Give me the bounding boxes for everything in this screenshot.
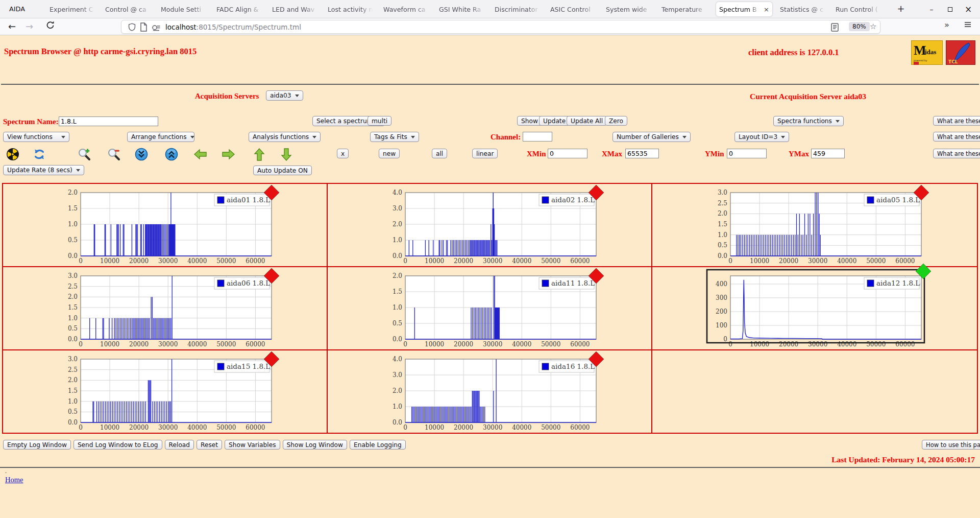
- ymax-input[interactable]: [811, 149, 845, 158]
- tab-experiment-c[interactable]: Experiment C: [48, 2, 97, 16]
- x-axis-button[interactable]: x: [337, 149, 349, 158]
- spectrum-panel-aida01[interactable]: aida01 1.8.L0.00.51.01.52.00100002000030…: [54, 184, 276, 268]
- spectrum-panel-aida02[interactable]: aida02 1.8.L0.01.02.03.04.00100002000030…: [379, 184, 600, 268]
- refresh-icon[interactable]: [33, 148, 46, 161]
- svg-text:200: 200: [716, 308, 727, 315]
- show-variables-button[interactable]: Show Variables: [225, 440, 280, 450]
- what-are-these-button-1[interactable]: What are these?: [933, 116, 980, 126]
- enable-logging-button[interactable]: Enable Logging: [350, 440, 406, 450]
- home-link[interactable]: Home: [5, 476, 23, 484]
- xmax-input[interactable]: [625, 149, 659, 158]
- tab-statistics-c[interactable]: Statistics @ c: [779, 2, 828, 16]
- tab-run-control[interactable]: Run Control (: [835, 2, 884, 16]
- spectrum-name-input[interactable]: [59, 116, 158, 126]
- auto-update-button[interactable]: Auto Update ON: [253, 166, 312, 175]
- tab-fadc-align[interactable]: FADC Align &: [215, 2, 264, 16]
- forward-icon[interactable]: →: [26, 21, 33, 32]
- update-button[interactable]: Update: [539, 116, 570, 126]
- tab-gsi-white-ra[interactable]: GSI White Ra: [438, 2, 487, 16]
- arrow-up-icon[interactable]: [253, 148, 266, 161]
- tab-discriminator[interactable]: Discriminator: [494, 2, 543, 16]
- svg-text:30000: 30000: [808, 341, 827, 348]
- svg-text:0.0: 0.0: [68, 419, 78, 426]
- log-buttons-row: Empty Log WindowSend Log Window to ELogR…: [3, 440, 406, 450]
- acquisition-server-select[interactable]: aida03: [266, 90, 303, 101]
- channel-input[interactable]: [523, 132, 552, 142]
- maximize-icon[interactable]: [945, 5, 954, 13]
- what-are-these-button-2[interactable]: What are these?: [933, 132, 980, 142]
- page-icon[interactable]: [140, 22, 148, 34]
- tab-lost-activity-n[interactable]: Lost activity n: [327, 2, 376, 16]
- zoom-in-icon[interactable]: [78, 148, 91, 161]
- spectrum-panel-aida15[interactable]: aida15 1.8.L0.00.51.01.52.02.53.00100002…: [54, 350, 276, 434]
- midas-logo[interactable]: M idas powered by: [911, 40, 943, 65]
- number-of-galleries-select[interactable]: Number of Galleries: [612, 132, 691, 142]
- how-to-use-button[interactable]: How to use this page: [922, 440, 980, 450]
- tab-system-wide[interactable]: System wide: [605, 2, 654, 16]
- reader-mode-icon[interactable]: [831, 23, 839, 34]
- new-tab-button[interactable]: +: [894, 3, 908, 14]
- empty-log-window-button[interactable]: Empty Log Window: [3, 440, 71, 450]
- current-acquisition-server: Current Acquisition Server aida03: [750, 92, 866, 101]
- radiation-icon[interactable]: [6, 148, 19, 161]
- menu-hamburger-icon[interactable]: [964, 20, 972, 31]
- arrow-left-icon[interactable]: [193, 148, 207, 161]
- minimize-icon[interactable]: –: [927, 5, 936, 13]
- xmin-input[interactable]: [548, 149, 587, 158]
- tab-spectrum-b[interactable]: Spectrum B×: [716, 2, 772, 16]
- zoom-level-badge[interactable]: 80%: [849, 22, 870, 31]
- analysis-functions-select[interactable]: Analysis functions: [249, 132, 321, 142]
- svg-text:0: 0: [723, 336, 727, 343]
- scroll-up-icon[interactable]: [165, 148, 178, 161]
- scroll-down-icon[interactable]: [135, 148, 148, 161]
- send-log-window-to-elog-button[interactable]: Send Log Window to ELog: [74, 440, 162, 450]
- url-text[interactable]: localhost:8015/Spectrum/Spectrum.tml: [165, 23, 301, 31]
- tab-control-ca[interactable]: Control @ ca: [104, 2, 153, 16]
- tab-asic-control[interactable]: ASIC Control: [549, 2, 598, 16]
- divider: [1, 84, 979, 85]
- bookmark-star-icon[interactable]: ☆: [870, 22, 876, 31]
- arrow-right-icon[interactable]: [222, 148, 235, 161]
- show-log-window-button[interactable]: Show Log Window: [283, 440, 347, 450]
- tab-module-setti[interactable]: Module Setti: [160, 2, 209, 16]
- svg-text:2.5: 2.5: [68, 366, 78, 373]
- tab-close-icon[interactable]: ×: [764, 6, 769, 13]
- arrange-functions-select[interactable]: Arrange functions: [127, 132, 194, 142]
- spectrum-panel-aida11[interactable]: aida11 1.8.L0.00.51.01.52.00100002000030…: [379, 267, 600, 351]
- spectrum-panel-aida12[interactable]: aida12 1.8.L0100200300400010000200003000…: [704, 267, 925, 351]
- ymin-input[interactable]: [727, 149, 767, 158]
- update-all-button[interactable]: Update All: [567, 116, 607, 126]
- tab-waveform-ca[interactable]: Waveform ca: [382, 2, 431, 16]
- zero-button[interactable]: Zero: [605, 116, 627, 126]
- tags-fits-select[interactable]: Tags & Fits: [370, 132, 419, 142]
- back-icon[interactable]: ←: [8, 21, 16, 32]
- view-functions-select[interactable]: View functions: [3, 132, 69, 142]
- zoom-out-icon[interactable]: [107, 148, 120, 161]
- tcl-logo[interactable]: TCL: [946, 40, 975, 65]
- all-button[interactable]: all: [432, 149, 447, 158]
- layout-id-select[interactable]: Layout ID=3: [734, 132, 789, 142]
- tab-temperature[interactable]: Temperature: [660, 2, 709, 16]
- chevron-down-icon: [682, 136, 687, 138]
- spectra-functions-select[interactable]: Spectra functions: [773, 116, 844, 126]
- new-button[interactable]: new: [379, 149, 400, 158]
- update-rate-select[interactable]: Update Rate (8 secs): [3, 165, 84, 175]
- overflow-chevrons-icon[interactable]: »: [944, 20, 949, 30]
- close-icon[interactable]: ×: [964, 4, 973, 14]
- spectrum-panel-aida06[interactable]: aida06 1.8.L0.00.51.01.52.02.53.00100002…: [54, 267, 276, 351]
- shield-icon[interactable]: [128, 22, 136, 34]
- window-title: AIDA: [9, 5, 25, 13]
- what-are-these-button-3[interactable]: What are these?: [933, 149, 980, 158]
- multi-button[interactable]: multi: [368, 116, 391, 126]
- arrow-down-icon[interactable]: [280, 148, 293, 161]
- spectrum-panel-aida05[interactable]: aida05 1.8.L0.00.51.01.52.02.53.00100002…: [704, 184, 925, 268]
- url-bar[interactable]: localhost:8015/Spectrum/Spectrum.tml 80%…: [121, 20, 880, 34]
- show-button[interactable]: Show: [517, 116, 542, 126]
- reset-button[interactable]: Reset: [197, 440, 222, 450]
- tab-led-and-wav[interactable]: LED and Wav: [271, 2, 320, 16]
- spectrum-panel-aida16[interactable]: aida16 1.8.L0.01.02.03.04.00100002000030…: [379, 350, 600, 434]
- reload-icon[interactable]: [46, 20, 55, 32]
- reload-button[interactable]: Reload: [165, 440, 194, 450]
- permissions-icon[interactable]: [152, 23, 160, 33]
- linear-button[interactable]: linear: [472, 149, 498, 158]
